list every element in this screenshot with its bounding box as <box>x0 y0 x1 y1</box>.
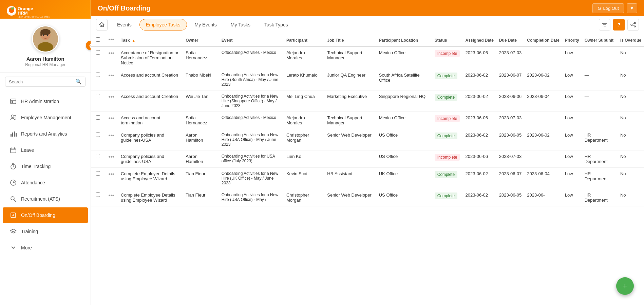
more-icon <box>10 244 17 251</box>
row-checkbox[interactable] <box>96 154 100 158</box>
row-checkbox[interactable] <box>96 73 100 77</box>
row-dots-cell[interactable]: ••• <box>105 90 118 112</box>
cell-priority: Low <box>562 112 582 129</box>
home-button[interactable] <box>96 19 108 30</box>
cell-participant-location: Singapore Regional HQ <box>376 90 432 112</box>
cell-job-title: Junior QA Engineer <box>324 69 376 90</box>
tab-employee-tasks[interactable]: Employee Tasks <box>139 19 187 30</box>
col-due-date: Due Date <box>496 33 525 46</box>
cell-priority: Low <box>562 150 582 168</box>
reports-icon <box>10 130 17 138</box>
cell-task: Complete Employee Details using Employee… <box>118 189 183 206</box>
row-checkbox-cell <box>91 46 105 69</box>
status-badge: Complete <box>435 73 457 79</box>
share-button[interactable] <box>627 19 639 30</box>
sidebar-item-reports-analytics[interactable]: Reports and Analytics <box>3 126 88 142</box>
sidebar-item-on-off-boarding[interactable]: On/Off Boarding <box>3 207 88 223</box>
cell-event: Onboarding Activities for a New Hire (UK… <box>219 168 284 189</box>
cell-completion-date: 2023-06-02 <box>524 129 562 150</box>
col-checkbox <box>91 33 105 46</box>
sidebar-item-leave[interactable]: Leave <box>3 142 88 158</box>
cell-owner-subunit: — <box>582 90 618 112</box>
logout-dropdown-button[interactable]: ▼ <box>627 3 637 13</box>
row-dots-cell[interactable]: ••• <box>105 168 118 189</box>
home-icon <box>99 22 105 28</box>
row-dots-cell[interactable]: ••• <box>105 189 118 206</box>
cell-owner-subunit: HR Department <box>582 150 618 168</box>
cell-owner: Tian Fieur <box>183 168 219 189</box>
sidebar-item-recruitment[interactable]: Recruitment (ATS) <box>3 191 88 207</box>
hr-admin-icon <box>10 98 17 105</box>
sidebar-item-hr-administration[interactable]: HR Administration <box>3 94 88 109</box>
row-checkbox[interactable] <box>96 133 100 137</box>
status-badge: Complete <box>435 192 457 199</box>
help-button[interactable]: ? <box>613 19 625 30</box>
tab-events[interactable]: Events <box>111 19 138 30</box>
sidebar-item-time-tracking[interactable]: Time Tracking <box>3 159 88 174</box>
row-dots-cell[interactable]: ••• <box>105 112 118 129</box>
cell-event: Onboarding Activities for a New Hire (US… <box>219 129 284 150</box>
row-dots-cell[interactable]: ••• <box>105 129 118 150</box>
cell-participant-location: UK Office <box>376 168 432 189</box>
svg-point-11 <box>43 35 44 36</box>
svg-point-41 <box>634 22 636 24</box>
row-dots-cell[interactable]: ••• <box>105 69 118 90</box>
cell-priority: Low <box>562 189 582 206</box>
search-icon[interactable]: 🔍 <box>75 79 82 85</box>
search-box: 🔍 <box>5 77 86 87</box>
select-all-checkbox[interactable] <box>96 37 100 42</box>
cell-completion-date <box>524 112 562 129</box>
row-dots-cell[interactable]: ••• <box>105 150 118 168</box>
row-checkbox[interactable] <box>96 115 100 120</box>
logout-button[interactable]: G Log Out <box>592 3 624 13</box>
cell-priority: Low <box>562 129 582 150</box>
search-input[interactable] <box>9 79 75 84</box>
col-participant: Participant <box>284 33 324 46</box>
tab-my-events[interactable]: My Events <box>189 19 223 30</box>
tab-task-types[interactable]: Task Types <box>258 19 294 30</box>
cell-is-overdue: No <box>618 112 644 129</box>
top-bar-actions: G Log Out ▼ <box>592 3 637 13</box>
share-icon <box>630 22 636 27</box>
cell-owner: Wei Jie Tan <box>183 90 219 112</box>
help-icon: ? <box>617 22 620 27</box>
row-checkbox[interactable] <box>96 50 100 55</box>
cell-assigned-date: 2023-06-06 <box>462 112 496 129</box>
row-dots-cell[interactable]: ••• <box>105 46 118 69</box>
cell-event: Onboarding Activities for a New Hire (US… <box>219 189 284 206</box>
sidebar-item-attendance[interactable]: Attendance <box>3 175 88 190</box>
cell-job-title: Technical Support Manager <box>324 46 376 69</box>
sidebar-item-training[interactable]: Training <box>3 224 88 239</box>
col-is-overdue: Is Overdue <box>618 33 644 46</box>
dots-menu-icon: ••• <box>109 37 114 42</box>
tab-actions: ? <box>599 19 639 30</box>
sidebar-item-more[interactable]: More <box>3 240 88 256</box>
cell-job-title: Technical Support Manager <box>324 112 376 129</box>
svg-line-45 <box>632 25 634 26</box>
col-job-title: Job Title <box>324 33 376 46</box>
sidebar-item-employee-management[interactable]: Employee Management <box>3 110 88 125</box>
collapse-sidebar-button[interactable]: ❮ <box>86 41 91 50</box>
row-checkbox[interactable] <box>96 192 100 197</box>
logo: Orange HRM NEW LEVEL OF MANAGEMENT <box>6 5 50 18</box>
tab-my-tasks[interactable]: My Tasks <box>225 19 257 30</box>
filter-button[interactable] <box>599 19 610 30</box>
row-checkbox-cell <box>91 189 105 206</box>
sidebar-item-label: Time Tracking <box>21 164 51 169</box>
cell-participant: Alejandro Morales <box>284 112 324 129</box>
svg-rect-10 <box>40 32 42 36</box>
svg-text:NEW LEVEL OF MANAGEMENT: NEW LEVEL OF MANAGEMENT <box>18 16 50 18</box>
col-task[interactable]: Task ▲ <box>118 33 183 46</box>
cell-status: Incomplete <box>432 150 463 168</box>
boarding-icon <box>10 211 17 219</box>
add-button[interactable]: + <box>616 277 634 295</box>
sidebar-search-area: 🔍 <box>0 73 91 91</box>
cell-event: Offboarding Activities - Mexico <box>219 112 284 129</box>
row-checkbox[interactable] <box>96 94 100 98</box>
cell-status: Complete <box>432 90 463 112</box>
row-checkbox[interactable] <box>96 171 100 176</box>
cell-assigned-date: 2023-06-06 <box>462 46 496 69</box>
cell-owner-subunit: — <box>582 46 618 69</box>
cell-owner: Sofia Hernandez <box>183 112 219 129</box>
svg-line-34 <box>14 200 16 202</box>
